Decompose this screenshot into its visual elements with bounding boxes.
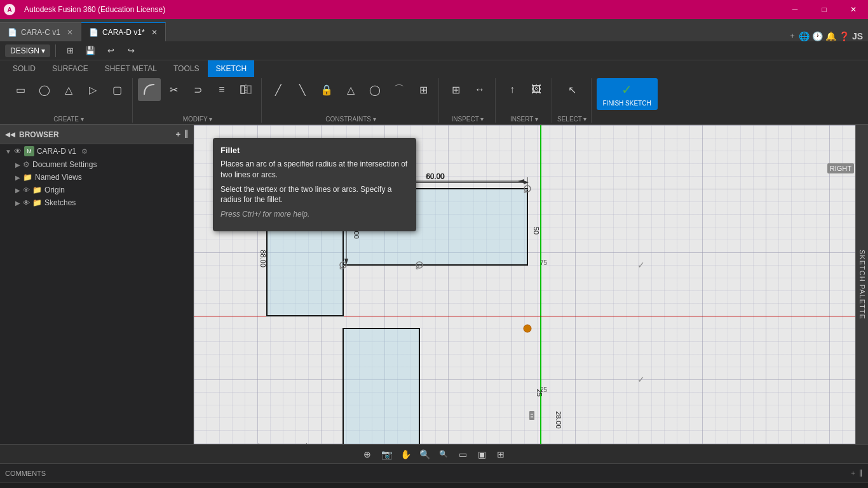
tooltip-instruction: Select the vertex or the two lines or ar… bbox=[220, 184, 409, 206]
comments-collapse[interactable]: ‖ bbox=[859, 468, 863, 478]
tab-sketch[interactable]: SKETCH bbox=[208, 60, 254, 77]
inspect-icon2[interactable]: ↔ bbox=[468, 78, 491, 101]
coincident-constraint[interactable]: ◯ bbox=[363, 78, 386, 101]
parallel-constraint[interactable]: ╱ bbox=[267, 78, 290, 101]
tab-surface[interactable]: SURFACE bbox=[44, 60, 96, 77]
rectangle-tool[interactable]: ▭ bbox=[9, 78, 32, 101]
sketch-palette-panel[interactable]: SKETCH PALETTE bbox=[855, 125, 868, 444]
fit-icon[interactable]: 🔍 bbox=[435, 446, 452, 463]
browser-item-doc-settings[interactable]: ▶ ⚙ Document Settings bbox=[0, 158, 193, 171]
toolbar-tabs: SOLID SURFACE SHEET METAL TOOLS SKETCH bbox=[0, 60, 868, 77]
history-icon[interactable]: 🕐 bbox=[812, 31, 823, 41]
record-icon[interactable]: ⏺ bbox=[113, 486, 132, 489]
lock-constraint[interactable]: 🔒 bbox=[315, 78, 338, 101]
save-icon[interactable]: 💾 bbox=[81, 42, 99, 60]
point-tool[interactable]: ▢ bbox=[105, 78, 128, 101]
display-mode2[interactable]: ▣ bbox=[473, 446, 490, 463]
perp-constraint[interactable]: ╲ bbox=[291, 78, 314, 101]
tooltip-shortcut: Press Ctrl+/ for more help. bbox=[220, 209, 409, 220]
minimize-button[interactable]: ─ bbox=[780, 0, 810, 19]
finish-sketch-button[interactable]: ✓ FINISH SKETCH bbox=[597, 78, 658, 110]
equal-constraint[interactable]: ⊞ bbox=[412, 78, 435, 101]
fillet-tool[interactable] bbox=[138, 78, 161, 101]
browser-item-named-views[interactable]: ▶ 📁 Named Views bbox=[0, 171, 193, 184]
tab-sheet-metal[interactable]: SHEET METAL bbox=[97, 60, 165, 77]
browser-item-origin[interactable]: ▶ 👁 📁 Origin bbox=[0, 184, 193, 196]
doc-settings-icon: ⚙ bbox=[23, 160, 30, 169]
close-tab-cara-c[interactable]: ✕ bbox=[67, 28, 73, 37]
close-button[interactable]: ✕ bbox=[839, 0, 868, 19]
design-menu[interactable]: DESIGN ▾ bbox=[5, 44, 50, 57]
comments-add[interactable]: ＋ bbox=[850, 468, 857, 478]
inspect-icon1[interactable]: ⊞ bbox=[444, 78, 467, 101]
pan-icon[interactable]: ✋ bbox=[397, 446, 414, 463]
triangle-tool[interactable]: △ bbox=[57, 78, 80, 101]
tab-tools[interactable]: TOOLS bbox=[166, 60, 207, 77]
user-icon[interactable]: JS bbox=[852, 31, 863, 41]
timeline-first[interactable]: ⏮ bbox=[5, 486, 24, 489]
display-mode3[interactable]: ⊞ bbox=[492, 446, 509, 463]
modify-label[interactable]: MODIFY ▾ bbox=[183, 116, 212, 123]
browser-item-model[interactable]: ▼ 👁 M CARA-D v1 ⚙ bbox=[0, 144, 193, 158]
constraint-point bbox=[524, 325, 531, 332]
extend-tool[interactable]: ⊃ bbox=[186, 78, 209, 101]
fillet-tooltip: Fillet Places an arc of a specified radi… bbox=[213, 138, 416, 231]
named-views-label: Named Views bbox=[35, 173, 82, 182]
notification-icon[interactable]: 🔔 bbox=[825, 31, 836, 41]
settings-icon[interactable]: ⚙ bbox=[844, 486, 863, 489]
tangent-constraint[interactable]: △ bbox=[339, 78, 362, 101]
close-tab-cara-d[interactable]: ✕ bbox=[151, 28, 158, 37]
break-tool[interactable]: ≡ bbox=[210, 78, 233, 101]
timeline-last[interactable]: ⏭ bbox=[86, 486, 105, 489]
canvas-area[interactable]: Fillet Places an arc of a specified radi… bbox=[194, 125, 868, 444]
mirror-tool[interactable] bbox=[234, 78, 257, 101]
browser-item-sketches[interactable]: ▶ 👁 📁 Sketches bbox=[0, 196, 193, 209]
display-mode1[interactable]: ▭ bbox=[454, 446, 471, 463]
constraints-group: ╱ ╲ 🔒 △ ◯ ⌒ ⊞ CONSTRAINTS ▾ bbox=[263, 78, 439, 123]
new-tab-button[interactable]: ＋ bbox=[789, 30, 796, 41]
inspect-group: ⊞ ↔ INSPECT ▾ bbox=[440, 78, 496, 123]
origin-expand: ▶ bbox=[15, 187, 20, 194]
trim-tool[interactable]: ✂ bbox=[162, 78, 185, 101]
insert-group: ↑ 🖼 INSERT ▾ bbox=[497, 78, 552, 123]
tab-solid[interactable]: SOLID bbox=[5, 60, 43, 77]
zoom-icon[interactable]: 🔍 bbox=[416, 446, 433, 463]
camera-icon[interactable]: 📷 bbox=[378, 446, 395, 463]
eye-icon[interactable]: 👁 bbox=[14, 147, 22, 156]
timeline-next[interactable]: ▶▶ bbox=[66, 486, 85, 489]
circle-tool[interactable]: ◯ bbox=[33, 78, 56, 101]
browser-collapse[interactable]: ‖ bbox=[184, 129, 188, 140]
inspect-label[interactable]: INSPECT ▾ bbox=[452, 116, 484, 123]
axis-100: -100 bbox=[304, 443, 311, 444]
line-tool[interactable]: ▷ bbox=[81, 78, 104, 101]
create-label[interactable]: CREATE ▾ bbox=[53, 116, 84, 123]
redo-icon[interactable]: ↪ bbox=[122, 42, 140, 60]
grid-icon[interactable]: ⊞ bbox=[61, 42, 79, 60]
help-icon[interactable]: ❓ bbox=[839, 31, 850, 41]
check-mark-sketch2: ✓ bbox=[637, 260, 645, 270]
insert-label[interactable]: INSERT ▾ bbox=[510, 116, 538, 123]
main-area: ◀◀ BROWSER ＋ ‖ ▼ 👁 M CARA-D v1 ⚙ ▶ ⚙ Doc… bbox=[0, 125, 868, 444]
eye-icon-sketches[interactable]: 👁 bbox=[23, 199, 30, 207]
tab-cara-c[interactable]: 📄 CARA-C v1 ✕ bbox=[0, 22, 81, 41]
tab-cara-d[interactable]: 📄 CARA-D v1* ✕ bbox=[81, 22, 166, 41]
concentric-constraint[interactable]: ⌒ bbox=[388, 78, 410, 101]
views-expand: ▶ bbox=[15, 174, 20, 181]
select-label[interactable]: SELECT ▾ bbox=[557, 116, 587, 123]
doc-settings-label: Document Settings bbox=[32, 160, 97, 169]
browser-add-button[interactable]: ＋ bbox=[174, 129, 182, 140]
eye-icon-origin[interactable]: 👁 bbox=[23, 186, 30, 194]
tab-cara-d-icon: 📄 bbox=[89, 28, 98, 37]
constraints-label[interactable]: CONSTRAINTS ▾ bbox=[325, 116, 376, 123]
timeline-prev[interactable]: ◀ bbox=[25, 486, 44, 489]
snap-icon[interactable]: ⊕ bbox=[359, 446, 376, 463]
svg-text:A: A bbox=[7, 6, 11, 13]
status-bar: ⏮ ◀ ▶ ▶▶ ⏭ ⏺ ⚙ bbox=[0, 482, 868, 488]
undo-icon[interactable]: ↩ bbox=[102, 42, 119, 60]
timeline-play[interactable]: ▶ bbox=[46, 486, 65, 489]
model-settings-icon[interactable]: ⚙ bbox=[81, 147, 88, 156]
select-icon[interactable]: ↖ bbox=[560, 78, 583, 101]
maximize-button[interactable]: □ bbox=[810, 0, 839, 19]
insert-image[interactable]: 🖼 bbox=[525, 78, 548, 101]
insert-icon1[interactable]: ↑ bbox=[501, 78, 524, 101]
